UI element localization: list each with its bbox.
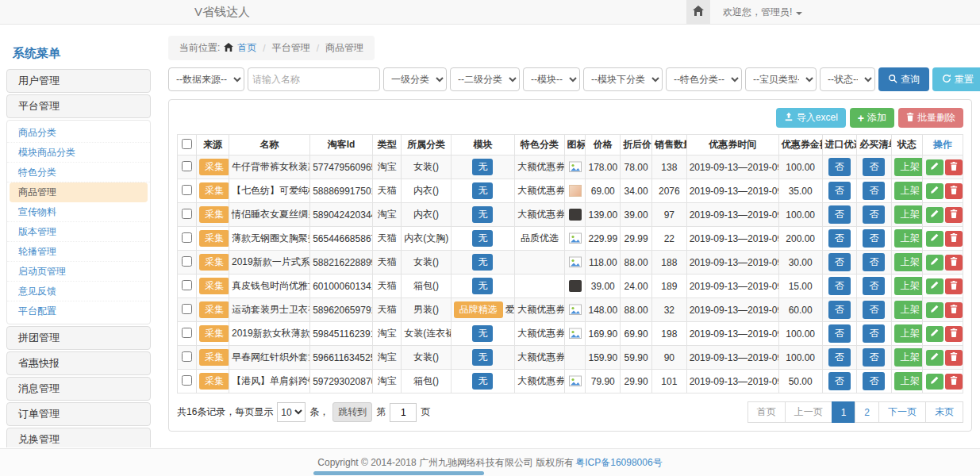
filter-name-input[interactable] xyxy=(248,67,380,91)
must-buy-toggle[interactable]: 否 xyxy=(863,301,885,319)
imported-toggle[interactable]: 否 xyxy=(828,301,851,319)
sidebar-item-11[interactable]: 平台配置 xyxy=(7,301,150,321)
status-button[interactable]: 上架 xyxy=(894,348,923,367)
status-button[interactable]: 上架 xyxy=(894,324,923,343)
breadcrumb-home-link[interactable]: 首页 xyxy=(237,41,256,55)
sidebar-group-12[interactable]: 拼团管理 xyxy=(6,326,151,350)
imported-toggle[interactable]: 否 xyxy=(828,182,851,200)
delete-button[interactable] xyxy=(945,302,963,318)
imported-toggle[interactable]: 否 xyxy=(828,229,851,248)
filter-level2-select[interactable]: --二级分类-- xyxy=(450,67,520,91)
sidebar-item-8[interactable]: 轮播管理 xyxy=(7,242,150,262)
sidebar-item-4[interactable]: 特色分类 xyxy=(7,163,150,182)
row-checkbox[interactable] xyxy=(182,375,192,386)
reset-button[interactable]: 重置 xyxy=(932,67,980,91)
sidebar-item-7[interactable]: 版本管理 xyxy=(7,222,150,242)
sidebar-item-9[interactable]: 启动页管理 xyxy=(7,262,150,282)
status-button[interactable]: 上架 xyxy=(894,253,923,271)
must-buy-toggle[interactable]: 否 xyxy=(863,158,885,176)
status-button[interactable]: 上架 xyxy=(894,229,923,248)
status-button[interactable]: 上架 xyxy=(894,372,923,390)
user-menu[interactable]: 欢迎您，管理员! xyxy=(723,6,802,19)
home-button[interactable] xyxy=(686,0,710,24)
page-prev[interactable]: 上一页 xyxy=(785,401,832,423)
search-button[interactable]: 查询 xyxy=(878,67,929,91)
filter-item-type-select[interactable]: --宝贝类型-- xyxy=(745,67,817,91)
delete-button[interactable] xyxy=(945,183,963,199)
batch-delete-button[interactable]: 批量删除 xyxy=(898,108,963,128)
imported-toggle[interactable]: 否 xyxy=(828,205,851,224)
status-button[interactable]: 上架 xyxy=(894,158,923,176)
sidebar-item-10[interactable]: 意见反馈 xyxy=(7,282,150,301)
page-2[interactable]: 2 xyxy=(855,401,879,423)
delete-button[interactable] xyxy=(945,326,963,342)
page-1[interactable]: 1 xyxy=(832,401,856,423)
imported-toggle[interactable]: 否 xyxy=(828,158,851,176)
jump-button[interactable]: 跳转到 xyxy=(332,402,372,422)
sidebar-group-15[interactable]: 订单管理 xyxy=(6,402,151,426)
sidebar-group-16[interactable]: 兑换管理 xyxy=(6,428,151,447)
sidebar-item-2[interactable]: 商品分类 xyxy=(7,123,150,143)
page-next[interactable]: 下一页 xyxy=(878,401,926,423)
edit-button[interactable] xyxy=(926,183,943,199)
filter-level1-select[interactable]: 一级分类 xyxy=(383,67,447,91)
delete-button[interactable] xyxy=(945,255,963,271)
imported-toggle[interactable]: 否 xyxy=(828,348,851,367)
imported-toggle[interactable]: 否 xyxy=(828,372,851,390)
imported-toggle[interactable]: 否 xyxy=(828,253,851,271)
delete-button[interactable] xyxy=(945,278,963,294)
row-checkbox[interactable] xyxy=(182,256,192,267)
sidebar-group-14[interactable]: 消息管理 xyxy=(6,377,151,401)
delete-button[interactable] xyxy=(945,207,963,223)
edit-button[interactable] xyxy=(926,278,943,294)
page-number-input[interactable] xyxy=(390,403,417,422)
row-checkbox[interactable] xyxy=(182,280,192,290)
sidebar-item-5[interactable]: 商品管理 xyxy=(10,182,148,202)
horizontal-scrollbar[interactable] xyxy=(313,471,484,475)
must-buy-toggle[interactable]: 否 xyxy=(863,253,885,271)
filter-feature-select[interactable]: --特色分类-- xyxy=(666,67,742,91)
row-checkbox[interactable] xyxy=(182,209,192,219)
per-page-select[interactable]: 10 xyxy=(277,402,306,422)
edit-button[interactable] xyxy=(926,326,943,342)
icp-link[interactable]: 粤ICP备16098006号 xyxy=(575,456,662,470)
page-first[interactable]: 首页 xyxy=(747,401,786,423)
status-button[interactable]: 上架 xyxy=(894,205,923,224)
row-checkbox[interactable] xyxy=(182,185,192,195)
status-button[interactable]: 上架 xyxy=(894,182,923,200)
delete-button[interactable] xyxy=(945,350,963,366)
must-buy-toggle[interactable]: 否 xyxy=(863,348,885,367)
must-buy-toggle[interactable]: 否 xyxy=(863,205,885,224)
sidebar-group-13[interactable]: 省惠快报 xyxy=(6,351,151,375)
row-checkbox[interactable] xyxy=(182,328,192,338)
imported-toggle[interactable]: 否 xyxy=(828,277,851,295)
edit-button[interactable] xyxy=(926,350,943,366)
sidebar-group-0[interactable]: 用户管理 xyxy=(6,69,151,93)
edit-button[interactable] xyxy=(926,207,943,223)
filter-module-sub-select[interactable]: --模块下分类-- xyxy=(583,67,663,91)
page-last[interactable]: 末页 xyxy=(925,401,963,423)
edit-button[interactable] xyxy=(926,374,943,390)
add-button[interactable]: + 添加 xyxy=(850,108,894,128)
edit-button[interactable] xyxy=(926,159,943,175)
imported-toggle[interactable]: 否 xyxy=(828,324,851,343)
must-buy-toggle[interactable]: 否 xyxy=(863,182,885,200)
edit-button[interactable] xyxy=(926,255,943,271)
sidebar-item-3[interactable]: 模块商品分类 xyxy=(7,143,150,163)
row-checkbox[interactable] xyxy=(182,161,192,171)
edit-button[interactable] xyxy=(926,231,943,247)
must-buy-toggle[interactable]: 否 xyxy=(863,324,885,343)
row-checkbox[interactable] xyxy=(182,304,192,314)
status-button[interactable]: 上架 xyxy=(894,301,923,319)
import-excel-button[interactable]: 导入excel xyxy=(776,108,846,128)
edit-button[interactable] xyxy=(926,302,943,318)
must-buy-toggle[interactable]: 否 xyxy=(863,277,885,295)
delete-button[interactable] xyxy=(945,231,963,247)
status-button[interactable]: 上架 xyxy=(894,277,923,295)
delete-button[interactable] xyxy=(945,159,963,175)
must-buy-toggle[interactable]: 否 xyxy=(863,372,885,390)
row-checkbox[interactable] xyxy=(182,232,192,243)
delete-button[interactable] xyxy=(945,374,963,390)
sidebar-item-6[interactable]: 宣传物料 xyxy=(7,202,150,222)
filter-source-select[interactable]: --数据来源-- xyxy=(168,67,244,91)
